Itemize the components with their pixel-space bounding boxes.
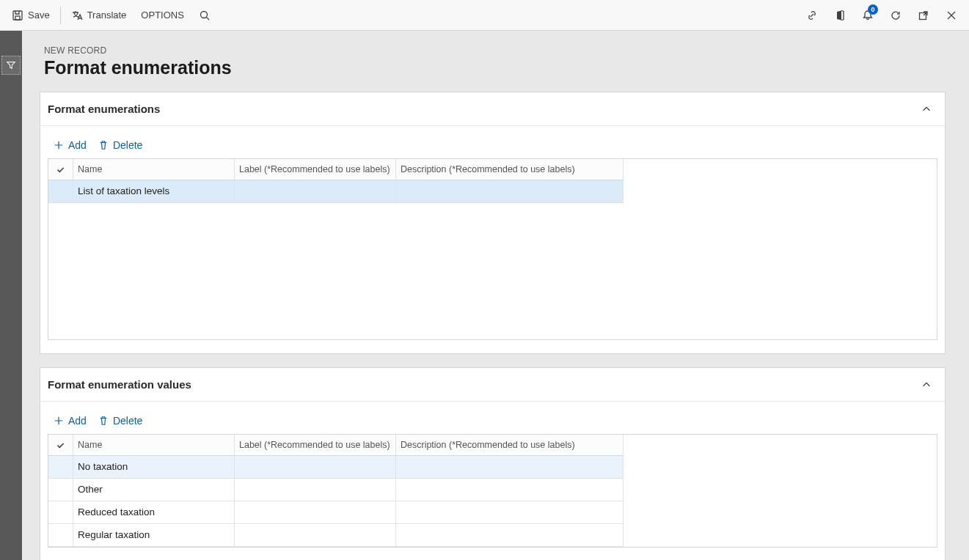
svg-point-2 xyxy=(200,11,207,18)
options-label: OPTIONS xyxy=(141,10,184,21)
row-select-cell[interactable] xyxy=(48,501,73,524)
translate-button[interactable]: Translate xyxy=(64,0,134,30)
office-icon xyxy=(834,10,846,21)
cell-description[interactable] xyxy=(396,180,624,203)
column-label[interactable]: Label (*Recommended to use labels) xyxy=(235,435,396,456)
attach-button[interactable] xyxy=(799,0,825,30)
cell-description[interactable] xyxy=(396,456,624,479)
delete-button[interactable]: Delete xyxy=(98,139,142,151)
section-header[interactable]: Format enumerations xyxy=(40,92,945,126)
row-select-cell[interactable] xyxy=(48,456,73,479)
section-format-enumeration-values: Format enumeration values Add Delete xyxy=(40,367,946,560)
plus-icon xyxy=(54,140,64,150)
content-scroll[interactable]: NEW RECORD Format enumerations Format en… xyxy=(22,31,969,560)
section-title: Format enumeration values xyxy=(48,378,191,391)
cell-label[interactable] xyxy=(235,180,396,203)
svg-rect-1 xyxy=(15,16,20,20)
grid-header-row: Name Label (*Recommended to use labels) … xyxy=(48,435,937,456)
page-header: NEW RECORD Format enumerations xyxy=(22,31,963,86)
cell-description[interactable] xyxy=(396,479,624,501)
save-label: Save xyxy=(28,10,50,21)
cell-name[interactable]: List of taxation levels xyxy=(73,180,235,203)
search-icon xyxy=(199,10,211,21)
check-icon xyxy=(56,441,65,450)
column-description[interactable]: Description (*Recommended to use labels) xyxy=(396,159,624,180)
section-format-enumerations: Format enumerations Add Delete xyxy=(40,92,946,354)
cell-label[interactable] xyxy=(235,456,396,479)
popout-button[interactable] xyxy=(910,0,937,30)
save-button[interactable]: Save xyxy=(4,0,57,30)
breadcrumb: NEW RECORD xyxy=(44,45,941,56)
workspace: NEW RECORD Format enumerations Format en… xyxy=(0,31,969,560)
app-toolbar: Save Translate OPTIONS xyxy=(0,0,969,31)
refresh-button[interactable] xyxy=(882,0,909,30)
table-row[interactable]: Regular taxation xyxy=(48,524,937,547)
filter-pane-toggle[interactable] xyxy=(1,56,21,75)
toolbar-separator xyxy=(60,7,61,24)
add-button[interactable]: Add xyxy=(54,415,87,427)
add-label: Add xyxy=(68,415,87,427)
refresh-icon xyxy=(890,10,902,21)
grid-empty-space xyxy=(48,203,937,339)
row-select-cell[interactable] xyxy=(48,180,73,203)
translate-label: Translate xyxy=(87,10,127,21)
table-row[interactable]: Other xyxy=(48,479,937,501)
cell-name[interactable]: Regular taxation xyxy=(73,524,235,547)
svg-rect-0 xyxy=(13,11,22,20)
check-icon xyxy=(56,165,65,174)
column-name[interactable]: Name xyxy=(73,435,235,456)
filter-icon xyxy=(6,60,16,70)
chevron-up-icon xyxy=(921,104,932,114)
enumeration-values-grid: Name Label (*Recommended to use labels) … xyxy=(48,434,937,548)
notifications-button[interactable]: 0 xyxy=(855,0,881,30)
table-row[interactable]: List of taxation levels xyxy=(48,180,937,203)
close-button[interactable] xyxy=(938,0,965,30)
row-select-cell[interactable] xyxy=(48,524,73,547)
table-row[interactable]: No taxation xyxy=(48,456,937,479)
grid-header-row: Name Label (*Recommended to use labels) … xyxy=(48,159,937,180)
page-title: Format enumerations xyxy=(44,57,941,78)
cell-label[interactable] xyxy=(235,524,396,547)
cell-description[interactable] xyxy=(396,501,624,524)
popout-icon xyxy=(918,10,929,21)
chevron-up-icon xyxy=(921,380,932,390)
save-icon xyxy=(12,10,23,21)
cell-name[interactable]: Reduced taxation xyxy=(73,501,235,524)
notification-badge: 0 xyxy=(868,4,878,15)
translate-icon xyxy=(71,10,83,21)
delete-label: Delete xyxy=(113,139,142,151)
close-icon xyxy=(946,10,957,21)
delete-button[interactable]: Delete xyxy=(98,415,142,427)
add-button[interactable]: Add xyxy=(54,139,87,151)
grid-toolbar: Add Delete xyxy=(48,132,937,158)
cell-label[interactable] xyxy=(235,501,396,524)
select-all-header[interactable] xyxy=(48,435,73,456)
table-row[interactable]: Reduced taxation xyxy=(48,501,937,524)
office-button[interactable] xyxy=(827,0,853,30)
left-rail xyxy=(0,31,22,560)
row-select-cell[interactable] xyxy=(48,479,73,501)
section-header[interactable]: Format enumeration values xyxy=(40,368,945,402)
column-name[interactable]: Name xyxy=(73,159,235,180)
grid-toolbar: Add Delete xyxy=(48,408,937,434)
cell-description[interactable] xyxy=(396,524,624,547)
cell-name[interactable]: No taxation xyxy=(73,456,235,479)
search-button[interactable] xyxy=(191,0,218,30)
delete-label: Delete xyxy=(113,415,142,427)
trash-icon xyxy=(98,140,109,150)
column-label[interactable]: Label (*Recommended to use labels) xyxy=(235,159,396,180)
options-button[interactable]: OPTIONS xyxy=(134,0,191,30)
add-label: Add xyxy=(68,139,87,151)
column-description[interactable]: Description (*Recommended to use labels) xyxy=(396,435,624,456)
cell-label[interactable] xyxy=(235,479,396,501)
link-icon xyxy=(806,10,818,21)
trash-icon xyxy=(98,416,109,426)
cell-name[interactable]: Other xyxy=(73,479,235,501)
plus-icon xyxy=(54,416,64,426)
enumerations-grid: Name Label (*Recommended to use labels) … xyxy=(48,158,937,340)
section-title: Format enumerations xyxy=(48,103,160,115)
select-all-header[interactable] xyxy=(48,159,73,180)
